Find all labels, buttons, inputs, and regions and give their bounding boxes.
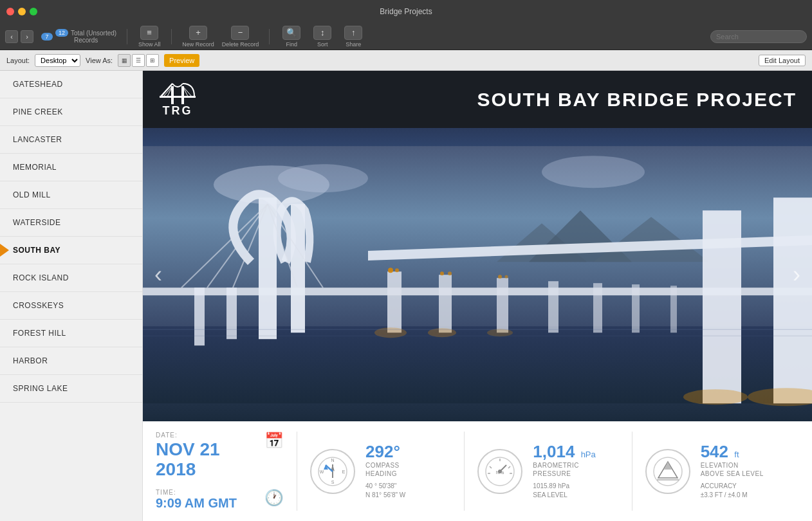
window-title: Bridge Projects [380, 7, 432, 16]
project-header: TRG SOUTH BAY BRIDGE PROJECT [143, 71, 812, 128]
svg-rect-27 [439, 275, 452, 333]
elevation-value: 542 ft [701, 443, 786, 460]
bridge-image-area: ‹ › JAN FEB MAR APR MAY JUN JUL AUG SEP … [143, 128, 812, 421]
clock-icon: 🕐 [264, 489, 284, 507]
sidebar-item-pine-creek[interactable]: PINE CREEK [0, 98, 142, 126]
svg-text:E: E [342, 470, 346, 474]
sidebar-item-crosskeys[interactable]: CROSSKEYS [0, 292, 142, 320]
svg-point-10 [278, 164, 368, 192]
traffic-lights [6, 8, 37, 15]
minimize-button[interactable] [18, 8, 26, 15]
svg-point-35 [388, 268, 393, 273]
logo-text: TRG [163, 104, 193, 118]
view-as-label: View As: [86, 57, 113, 64]
records-label: Records [74, 37, 98, 44]
show-all-button[interactable]: ≡ Show All [138, 26, 161, 48]
total-badge: 12 [55, 29, 68, 37]
nav-forward-button[interactable]: › [21, 30, 33, 43]
records-badge: 7 [41, 33, 53, 41]
svg-point-36 [395, 268, 399, 272]
elevation-name: ELEVATIONABOVE SEA LEVEL [701, 461, 786, 478]
date-label: DATE: [156, 432, 264, 439]
delete-record-icon: − [231, 26, 249, 40]
svg-point-39 [498, 275, 502, 279]
delete-record-button[interactable]: − Delete Record [222, 26, 259, 48]
main-content: GATESHEAD PINE CREEK LANCASTER MEMORIAL … [0, 71, 812, 521]
compass-panel: N S W E 292° [297, 432, 465, 511]
svg-line-63 [490, 466, 492, 468]
search-input[interactable] [710, 30, 807, 43]
sidebar-item-spring-lake[interactable]: SPRING LAKE [0, 375, 142, 403]
sidebar-item-lancaster[interactable]: LANCASTER [0, 126, 142, 154]
show-all-icon: ≡ [140, 26, 158, 40]
find-icon: 🔍 [282, 26, 300, 40]
nav-back-button[interactable]: ‹ [5, 30, 18, 43]
svg-text:N: N [331, 458, 334, 462]
barometric-name: BAROMETRICPRESSURE [533, 461, 618, 478]
svg-point-60 [498, 470, 502, 473]
compass-text: 292° COMPASSHEADING 40 ° 50'38" N 81° 56… [365, 443, 451, 500]
sidebar-item-forest-hill[interactable]: FOREST HILL [0, 320, 142, 347]
layout-select[interactable]: Desktop [35, 54, 80, 67]
svg-point-37 [440, 271, 444, 275]
svg-point-43 [487, 329, 513, 336]
view-form-button[interactable]: ▦ [118, 54, 131, 67]
svg-point-40 [505, 275, 508, 279]
svg-point-38 [448, 271, 452, 275]
next-arrow[interactable]: › [786, 255, 807, 295]
bridge-icon [158, 81, 197, 104]
sidebar-item-south-bay[interactable]: SOUTH BAY [0, 237, 142, 264]
sidebar-item-old-mill[interactable]: OLD MILL [0, 181, 142, 209]
sidebar-item-harbor[interactable]: HARBOR [0, 347, 142, 375]
sort-button[interactable]: ↕ Sort [311, 26, 334, 48]
compass-svg: N S W E [317, 455, 349, 488]
new-record-icon: + [189, 26, 207, 40]
elevation-icon-circle [645, 449, 690, 494]
project-title-area: SOUTH BAY BRIDGE PROJECT [210, 89, 797, 111]
elevation-panel: 542 ft ELEVATIONABOVE SEA LEVEL ACCURACY… [632, 432, 799, 511]
search-area [710, 30, 807, 43]
edit-layout-button[interactable]: Edit Layout [759, 55, 806, 66]
svg-rect-19 [226, 288, 237, 339]
sidebar-item-rock-island[interactable]: ROCK ISLAND [0, 264, 142, 292]
bridge-illustration [143, 128, 812, 421]
svg-rect-30 [593, 283, 602, 333]
svg-rect-2 [160, 96, 196, 98]
separator3 [269, 29, 270, 44]
svg-rect-18 [194, 288, 205, 345]
svg-point-44 [683, 389, 748, 405]
svg-point-11 [542, 156, 645, 188]
prev-arrow[interactable]: ‹ [148, 255, 169, 295]
svg-rect-0 [171, 86, 174, 104]
preview-button[interactable]: Preview [164, 54, 199, 67]
sidebar-item-waterside[interactable]: WATERSIDE [0, 209, 142, 237]
calendar-icon: 📅 [264, 432, 284, 450]
toolbar: ‹ › 7 12 Total (Unsorted) Records ≡ Show… [0, 23, 812, 50]
svg-rect-1 [181, 86, 184, 104]
trg-logo: TRG [158, 81, 197, 118]
svg-rect-28 [497, 278, 508, 333]
sidebar-item-memorial[interactable]: MEMORIAL [0, 154, 142, 181]
find-button[interactable]: 🔍 Find [280, 26, 303, 48]
new-record-button[interactable]: + New Record [182, 26, 214, 48]
separator1 [127, 29, 127, 44]
sort-icon: ↕ [313, 26, 331, 40]
view-table-button[interactable]: ⊞ [146, 54, 159, 67]
time-row: TIME: 9:09 AM GMT 🕐 [156, 489, 284, 511]
svg-rect-29 [548, 281, 558, 333]
svg-text:W: W [320, 470, 324, 474]
nav-group: ‹ › [5, 30, 33, 43]
svg-line-62 [508, 466, 510, 468]
stats-bar: DATE: NOV 21 2018 📅 TIME: 9:09 AM GMT 🕐 [143, 421, 812, 521]
maximize-button[interactable] [30, 8, 37, 15]
close-button[interactable] [6, 8, 14, 15]
time-label: TIME: [156, 489, 237, 496]
barometric-text: 1,014 hPa BAROMETRICPRESSURE 1015.89 hPa… [533, 443, 618, 500]
view-list-button[interactable]: ☰ [132, 54, 145, 67]
sidebar-item-gateshead[interactable]: GATESHEAD [0, 71, 142, 98]
date-time-panel: DATE: NOV 21 2018 📅 TIME: 9:09 AM GMT 🕐 [156, 432, 297, 511]
share-button[interactable]: ↑ Share [342, 26, 365, 48]
project-area: TRG SOUTH BAY BRIDGE PROJECT [143, 71, 812, 521]
layout-label: Layout: [6, 57, 30, 64]
svg-rect-32 [670, 286, 677, 333]
